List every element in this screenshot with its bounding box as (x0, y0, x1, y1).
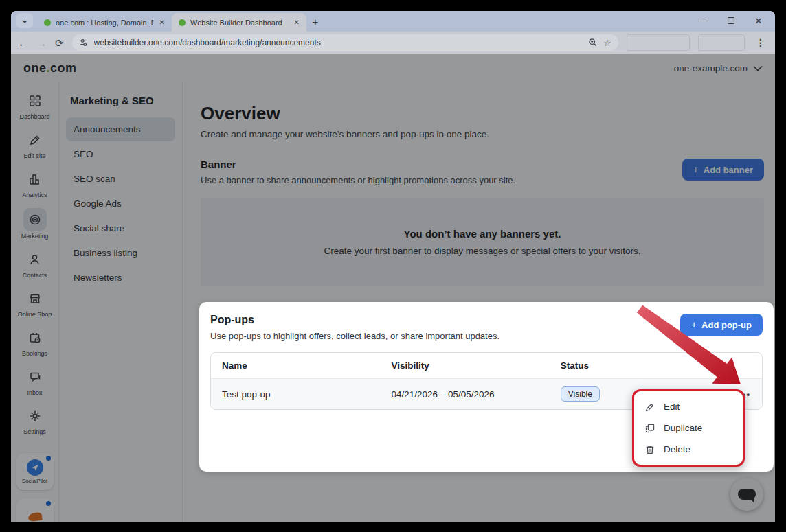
menu-item-edit[interactable]: Edit (634, 396, 743, 417)
tab-title: Website Builder Dashboard (190, 19, 288, 27)
column-header-name: Name (222, 360, 391, 371)
zoom-icon[interactable] (588, 38, 598, 47)
maximize-button[interactable] (717, 11, 745, 30)
minimize-icon (700, 21, 708, 21)
tab-title: one.com : Hosting, Domain, Em (56, 19, 153, 27)
trash-icon (644, 444, 655, 455)
close-button[interactable]: ✕ (745, 11, 772, 30)
chevron-down-icon: ⌄ (21, 16, 27, 25)
browser-titlebar: ⌄ one.com : Hosting, Domain, Em ✕ Websit… (11, 11, 775, 32)
duplicate-icon (644, 423, 655, 434)
column-header-visibility: Visibility (391, 360, 560, 371)
extension-placeholder (627, 34, 690, 51)
popup-name: Test pop-up (222, 389, 391, 400)
plus-icon: + (691, 319, 697, 330)
extension-placeholder (698, 34, 745, 51)
edit-pencil-icon (644, 402, 655, 413)
address-bar[interactable]: websitebuilder.one.com/dashboard/marketi… (72, 34, 618, 51)
reload-button[interactable]: ⟳ (55, 38, 64, 48)
new-tab-button[interactable]: + (306, 12, 324, 30)
menu-item-delete[interactable]: Delete (634, 439, 743, 460)
tab-close-icon[interactable]: ✕ (293, 19, 301, 26)
browser-window: ⌄ one.com : Hosting, Domain, Em ✕ Websit… (11, 11, 775, 522)
row-context-menu: Edit Duplicate Delete (632, 389, 745, 467)
back-button[interactable]: ← (18, 38, 28, 48)
browser-menu-icon[interactable]: ⋮ (753, 37, 768, 48)
popups-subtitle: Use pop-ups to highlight offers, collect… (210, 331, 499, 341)
add-popup-button[interactable]: + Add pop-up (680, 314, 763, 336)
status-badge: Visible (561, 386, 600, 402)
popups-title: Pop-ups (210, 314, 499, 326)
minimize-button[interactable] (690, 11, 717, 30)
browser-tab-dashboard[interactable]: Website Builder Dashboard ✕ (172, 13, 306, 32)
maximize-icon (728, 17, 734, 24)
url-text: websitebuilder.one.com/dashboard/marketi… (94, 38, 583, 47)
tab-favicon (179, 19, 186, 26)
tab-close-icon[interactable]: ✕ (158, 19, 166, 26)
menu-item-duplicate[interactable]: Duplicate (634, 417, 743, 439)
forward-button[interactable]: → (36, 38, 47, 48)
bookmark-star-icon[interactable]: ☆ (603, 38, 611, 48)
tab-favicon (44, 19, 51, 26)
close-icon: ✕ (755, 16, 763, 25)
page-viewport: one.com one-example.com Dashboard (11, 54, 775, 522)
column-header-status: Status (561, 360, 715, 371)
window-controls: ✕ (690, 11, 772, 30)
popups-section-header: Pop-ups Use pop-ups to highlight offers,… (210, 314, 763, 341)
tab-search-button[interactable]: ⌄ (16, 13, 33, 28)
table-header-row: Name Visibility Status (211, 353, 762, 379)
browser-toolbar: ← → ⟳ websitebuilder.one.com/dashboard/m… (11, 32, 775, 54)
browser-tab-onecom[interactable]: one.com : Hosting, Domain, Em ✕ (37, 13, 172, 32)
popup-visibility: 04/21/2026 – 05/05/2026 (391, 389, 560, 400)
site-info-icon[interactable] (79, 38, 89, 47)
